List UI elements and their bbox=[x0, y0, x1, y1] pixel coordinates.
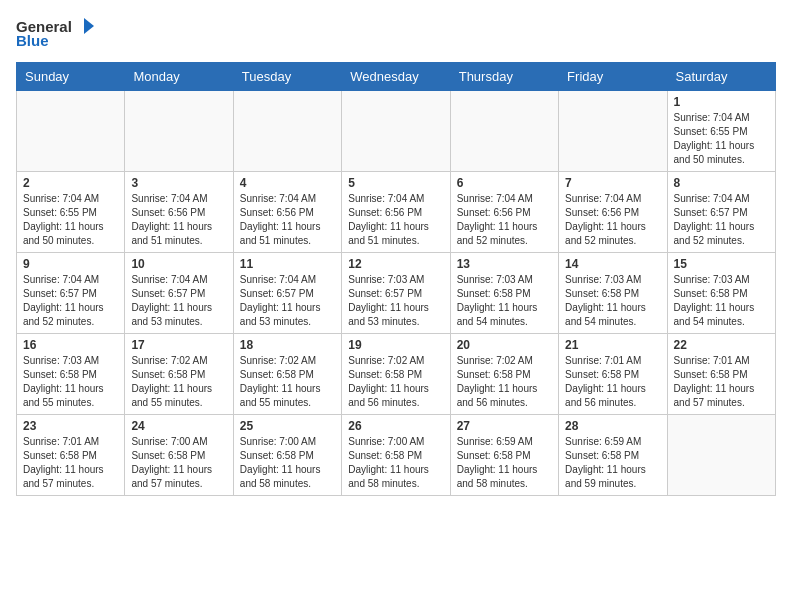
calendar-day-cell bbox=[342, 91, 450, 172]
day-info: Sunrise: 7:02 AM Sunset: 6:58 PM Dayligh… bbox=[240, 354, 335, 410]
calendar-day-cell: 11Sunrise: 7:04 AM Sunset: 6:57 PM Dayli… bbox=[233, 253, 341, 334]
calendar-day-cell bbox=[233, 91, 341, 172]
day-number: 5 bbox=[348, 176, 443, 190]
day-info: Sunrise: 7:04 AM Sunset: 6:55 PM Dayligh… bbox=[23, 192, 118, 248]
calendar-day-cell: 22Sunrise: 7:01 AM Sunset: 6:58 PM Dayli… bbox=[667, 334, 775, 415]
day-info: Sunrise: 6:59 AM Sunset: 6:58 PM Dayligh… bbox=[565, 435, 660, 491]
calendar-day-cell: 4Sunrise: 7:04 AM Sunset: 6:56 PM Daylig… bbox=[233, 172, 341, 253]
day-info: Sunrise: 7:03 AM Sunset: 6:58 PM Dayligh… bbox=[674, 273, 769, 329]
calendar-header-row: SundayMondayTuesdayWednesdayThursdayFrid… bbox=[17, 63, 776, 91]
day-info: Sunrise: 6:59 AM Sunset: 6:58 PM Dayligh… bbox=[457, 435, 552, 491]
calendar-weekday-wednesday: Wednesday bbox=[342, 63, 450, 91]
day-info: Sunrise: 7:04 AM Sunset: 6:57 PM Dayligh… bbox=[240, 273, 335, 329]
day-info: Sunrise: 7:03 AM Sunset: 6:57 PM Dayligh… bbox=[348, 273, 443, 329]
day-info: Sunrise: 7:03 AM Sunset: 6:58 PM Dayligh… bbox=[23, 354, 118, 410]
day-number: 7 bbox=[565, 176, 660, 190]
calendar-week-row: 2Sunrise: 7:04 AM Sunset: 6:55 PM Daylig… bbox=[17, 172, 776, 253]
day-info: Sunrise: 7:04 AM Sunset: 6:57 PM Dayligh… bbox=[674, 192, 769, 248]
generalblue-logo-icon: GeneralBlue bbox=[16, 16, 106, 52]
calendar-day-cell: 21Sunrise: 7:01 AM Sunset: 6:58 PM Dayli… bbox=[559, 334, 667, 415]
calendar-week-row: 23Sunrise: 7:01 AM Sunset: 6:58 PM Dayli… bbox=[17, 415, 776, 496]
calendar-day-cell: 25Sunrise: 7:00 AM Sunset: 6:58 PM Dayli… bbox=[233, 415, 341, 496]
day-number: 19 bbox=[348, 338, 443, 352]
calendar-day-cell: 18Sunrise: 7:02 AM Sunset: 6:58 PM Dayli… bbox=[233, 334, 341, 415]
calendar-day-cell bbox=[125, 91, 233, 172]
day-number: 21 bbox=[565, 338, 660, 352]
calendar-week-row: 1Sunrise: 7:04 AM Sunset: 6:55 PM Daylig… bbox=[17, 91, 776, 172]
day-number: 27 bbox=[457, 419, 552, 433]
calendar-day-cell: 12Sunrise: 7:03 AM Sunset: 6:57 PM Dayli… bbox=[342, 253, 450, 334]
day-info: Sunrise: 7:02 AM Sunset: 6:58 PM Dayligh… bbox=[457, 354, 552, 410]
calendar-day-cell bbox=[450, 91, 558, 172]
day-number: 17 bbox=[131, 338, 226, 352]
day-number: 10 bbox=[131, 257, 226, 271]
day-number: 26 bbox=[348, 419, 443, 433]
calendar-day-cell: 16Sunrise: 7:03 AM Sunset: 6:58 PM Dayli… bbox=[17, 334, 125, 415]
day-number: 1 bbox=[674, 95, 769, 109]
calendar-day-cell: 24Sunrise: 7:00 AM Sunset: 6:58 PM Dayli… bbox=[125, 415, 233, 496]
day-info: Sunrise: 7:03 AM Sunset: 6:58 PM Dayligh… bbox=[565, 273, 660, 329]
calendar-weekday-monday: Monday bbox=[125, 63, 233, 91]
calendar-weekday-thursday: Thursday bbox=[450, 63, 558, 91]
day-number: 28 bbox=[565, 419, 660, 433]
calendar-day-cell: 3Sunrise: 7:04 AM Sunset: 6:56 PM Daylig… bbox=[125, 172, 233, 253]
day-number: 6 bbox=[457, 176, 552, 190]
day-info: Sunrise: 7:04 AM Sunset: 6:56 PM Dayligh… bbox=[565, 192, 660, 248]
day-number: 25 bbox=[240, 419, 335, 433]
calendar-day-cell: 1Sunrise: 7:04 AM Sunset: 6:55 PM Daylig… bbox=[667, 91, 775, 172]
day-info: Sunrise: 7:02 AM Sunset: 6:58 PM Dayligh… bbox=[131, 354, 226, 410]
calendar-day-cell: 20Sunrise: 7:02 AM Sunset: 6:58 PM Dayli… bbox=[450, 334, 558, 415]
day-info: Sunrise: 7:01 AM Sunset: 6:58 PM Dayligh… bbox=[23, 435, 118, 491]
svg-marker-1 bbox=[84, 18, 94, 34]
day-info: Sunrise: 7:04 AM Sunset: 6:55 PM Dayligh… bbox=[674, 111, 769, 167]
calendar-table: SundayMondayTuesdayWednesdayThursdayFrid… bbox=[16, 62, 776, 496]
day-number: 20 bbox=[457, 338, 552, 352]
calendar-day-cell: 6Sunrise: 7:04 AM Sunset: 6:56 PM Daylig… bbox=[450, 172, 558, 253]
calendar-day-cell: 7Sunrise: 7:04 AM Sunset: 6:56 PM Daylig… bbox=[559, 172, 667, 253]
calendar-day-cell: 28Sunrise: 6:59 AM Sunset: 6:58 PM Dayli… bbox=[559, 415, 667, 496]
calendar-weekday-tuesday: Tuesday bbox=[233, 63, 341, 91]
day-info: Sunrise: 7:00 AM Sunset: 6:58 PM Dayligh… bbox=[131, 435, 226, 491]
day-info: Sunrise: 7:04 AM Sunset: 6:56 PM Dayligh… bbox=[131, 192, 226, 248]
day-number: 24 bbox=[131, 419, 226, 433]
day-number: 14 bbox=[565, 257, 660, 271]
calendar-day-cell: 8Sunrise: 7:04 AM Sunset: 6:57 PM Daylig… bbox=[667, 172, 775, 253]
calendar-weekday-sunday: Sunday bbox=[17, 63, 125, 91]
day-number: 9 bbox=[23, 257, 118, 271]
calendar-day-cell: 26Sunrise: 7:00 AM Sunset: 6:58 PM Dayli… bbox=[342, 415, 450, 496]
calendar-day-cell: 2Sunrise: 7:04 AM Sunset: 6:55 PM Daylig… bbox=[17, 172, 125, 253]
day-number: 11 bbox=[240, 257, 335, 271]
day-number: 12 bbox=[348, 257, 443, 271]
day-info: Sunrise: 7:02 AM Sunset: 6:58 PM Dayligh… bbox=[348, 354, 443, 410]
day-number: 8 bbox=[674, 176, 769, 190]
day-info: Sunrise: 7:01 AM Sunset: 6:58 PM Dayligh… bbox=[674, 354, 769, 410]
calendar-week-row: 9Sunrise: 7:04 AM Sunset: 6:57 PM Daylig… bbox=[17, 253, 776, 334]
calendar-day-cell bbox=[17, 91, 125, 172]
calendar-day-cell: 19Sunrise: 7:02 AM Sunset: 6:58 PM Dayli… bbox=[342, 334, 450, 415]
calendar-weekday-saturday: Saturday bbox=[667, 63, 775, 91]
day-number: 18 bbox=[240, 338, 335, 352]
day-info: Sunrise: 7:04 AM Sunset: 6:57 PM Dayligh… bbox=[131, 273, 226, 329]
day-info: Sunrise: 7:04 AM Sunset: 6:56 PM Dayligh… bbox=[240, 192, 335, 248]
day-number: 2 bbox=[23, 176, 118, 190]
calendar-day-cell bbox=[667, 415, 775, 496]
day-number: 13 bbox=[457, 257, 552, 271]
day-number: 16 bbox=[23, 338, 118, 352]
calendar-weekday-friday: Friday bbox=[559, 63, 667, 91]
day-number: 4 bbox=[240, 176, 335, 190]
day-info: Sunrise: 7:03 AM Sunset: 6:58 PM Dayligh… bbox=[457, 273, 552, 329]
day-number: 23 bbox=[23, 419, 118, 433]
calendar-day-cell: 15Sunrise: 7:03 AM Sunset: 6:58 PM Dayli… bbox=[667, 253, 775, 334]
day-number: 22 bbox=[674, 338, 769, 352]
calendar-day-cell: 13Sunrise: 7:03 AM Sunset: 6:58 PM Dayli… bbox=[450, 253, 558, 334]
calendar-day-cell: 14Sunrise: 7:03 AM Sunset: 6:58 PM Dayli… bbox=[559, 253, 667, 334]
day-info: Sunrise: 7:00 AM Sunset: 6:58 PM Dayligh… bbox=[240, 435, 335, 491]
day-info: Sunrise: 7:04 AM Sunset: 6:57 PM Dayligh… bbox=[23, 273, 118, 329]
calendar-day-cell: 23Sunrise: 7:01 AM Sunset: 6:58 PM Dayli… bbox=[17, 415, 125, 496]
calendar-day-cell: 27Sunrise: 6:59 AM Sunset: 6:58 PM Dayli… bbox=[450, 415, 558, 496]
svg-text:Blue: Blue bbox=[16, 32, 49, 49]
logo: GeneralBlue bbox=[16, 16, 106, 52]
calendar-day-cell: 9Sunrise: 7:04 AM Sunset: 6:57 PM Daylig… bbox=[17, 253, 125, 334]
page-header: GeneralBlue bbox=[16, 16, 776, 52]
day-number: 15 bbox=[674, 257, 769, 271]
